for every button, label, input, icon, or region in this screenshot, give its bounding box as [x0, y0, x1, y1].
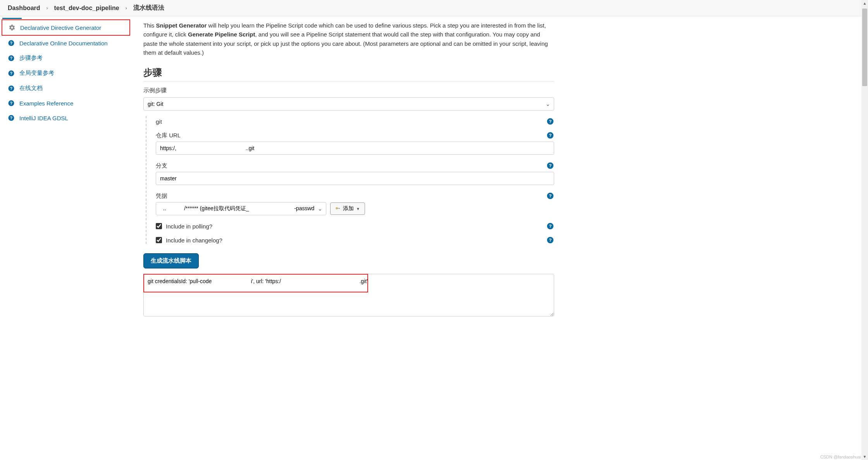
svg-text:?: ? — [549, 119, 551, 124]
key-icon — [335, 206, 341, 212]
generate-pipeline-button[interactable]: 生成流水线脚本 — [143, 253, 199, 268]
sidebar-item-directive-generator[interactable]: Declarative Directive Generator — [2, 19, 130, 36]
section-heading-steps: 步骤 — [143, 66, 554, 81]
sidebar-item-label: Examples Reference — [19, 100, 73, 107]
sidebar-item-examples[interactable]: ? Examples Reference — [0, 96, 132, 111]
git-section-title: git — [156, 118, 162, 125]
sidebar-item-label: IntelliJ IDEA GDSL — [19, 115, 68, 121]
svg-text:?: ? — [10, 41, 12, 45]
add-credentials-button[interactable]: 添加 ▼ — [330, 202, 365, 215]
help-icon: ? — [8, 100, 15, 107]
help-icon[interactable]: ? — [546, 236, 554, 244]
git-form-block: git ? 仓库 URL ? 分支 ? — [146, 116, 554, 244]
sidebar-item-intellij[interactable]: ? IntelliJ IDEA GDSL — [0, 111, 132, 125]
help-icon[interactable]: ? — [546, 192, 554, 200]
branch-input[interactable] — [156, 172, 554, 185]
help-icon[interactable]: ? — [546, 118, 554, 125]
sidebar-item-label: Declarative Online Documentation — [19, 40, 108, 47]
svg-text:?: ? — [10, 71, 12, 75]
output-textarea[interactable]: git credentialsId: 'pull-code i', url: '… — [143, 274, 554, 316]
svg-text:?: ? — [10, 116, 12, 120]
polling-label: Include in polling? — [166, 223, 212, 230]
help-icon: ? — [8, 70, 15, 77]
help-icon[interactable]: ? — [546, 162, 554, 169]
changelog-label: Include in changelog? — [166, 237, 222, 244]
help-icon[interactable]: ? — [546, 131, 554, 139]
help-icon: ? — [8, 114, 15, 121]
help-icon: ? — [8, 40, 15, 47]
breadcrumb-dashboard[interactable]: Dashboard — [8, 5, 40, 12]
sidebar: Declarative Directive Generator ? Declar… — [0, 16, 132, 329]
main-content: This Snippet Generator will help you lea… — [132, 16, 566, 329]
help-icon: ? — [8, 55, 15, 62]
branch-label: 分支 — [156, 162, 167, 169]
credentials-label: 凭据 — [156, 192, 167, 200]
svg-text:?: ? — [549, 133, 551, 138]
intro-text: This Snippet Generator will help you lea… — [143, 21, 554, 57]
svg-text:?: ? — [549, 237, 551, 242]
svg-text:?: ? — [549, 193, 551, 198]
sidebar-item-global-var[interactable]: ? 全局变量参考 — [0, 66, 132, 81]
credentials-select[interactable] — [156, 202, 326, 215]
sidebar-item-step-ref[interactable]: ? 步骤参考 — [0, 50, 132, 66]
breadcrumb-project[interactable]: test_dev-doc_pipeline — [54, 5, 119, 12]
changelog-checkbox[interactable] — [156, 237, 162, 243]
svg-point-20 — [336, 207, 338, 209]
help-icon[interactable]: ? — [546, 222, 554, 230]
sidebar-item-label: 全局变量参考 — [19, 69, 54, 77]
svg-text:?: ? — [549, 163, 551, 168]
sidebar-item-label: 步骤参考 — [19, 54, 43, 62]
polling-checkbox[interactable] — [156, 223, 162, 229]
scroll-up-arrow-icon[interactable]: ▲ — [861, 0, 868, 7]
step-select[interactable] — [143, 97, 554, 111]
svg-rect-22 — [339, 208, 340, 209]
repo-url-label: 仓库 URL — [156, 132, 181, 139]
gear-icon — [9, 24, 16, 31]
scrollbar-thumb[interactable] — [862, 9, 867, 86]
svg-text:?: ? — [10, 55, 12, 60]
repo-url-input[interactable] — [156, 142, 554, 155]
svg-text:?: ? — [10, 101, 12, 105]
breadcrumb-current: 流水线语法 — [133, 4, 164, 12]
example-step-label: 示例步骤 — [143, 87, 554, 94]
vertical-scrollbar[interactable]: ▲ ▼ — [861, 0, 868, 329]
help-icon: ? — [8, 85, 15, 92]
chevron-right-icon: › — [46, 5, 48, 11]
svg-text:?: ? — [10, 86, 12, 90]
sidebar-item-online-docs[interactable]: ? 在线文档 — [0, 81, 132, 96]
sidebar-item-online-doc[interactable]: ? Declarative Online Documentation — [0, 36, 132, 50]
sidebar-item-label: Declarative Directive Generator — [20, 24, 101, 31]
breadcrumb: Dashboard › test_dev-doc_pipeline › 流水线语… — [0, 0, 868, 16]
svg-text:?: ? — [549, 223, 551, 228]
chevron-right-icon: › — [126, 5, 127, 11]
sidebar-item-label: 在线文档 — [19, 85, 43, 92]
caret-down-icon: ▼ — [356, 207, 360, 211]
